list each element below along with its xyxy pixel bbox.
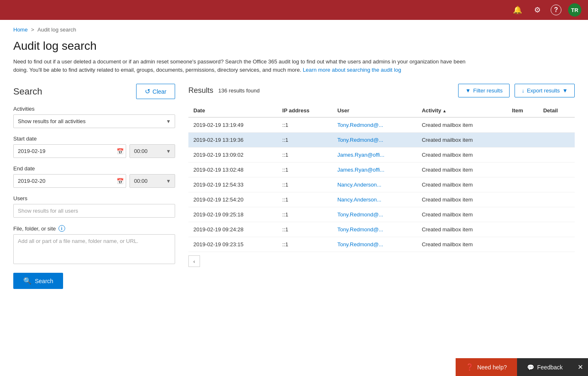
cell-user[interactable]: Nancy.Anderson... (332, 192, 417, 207)
end-time-wrapper: 00:00 ▼ (129, 174, 175, 188)
col-date[interactable]: Date (188, 104, 277, 117)
end-time-select[interactable]: 00:00 (129, 174, 175, 188)
end-date-group: End date 📅 00:00 ▼ (13, 165, 175, 188)
end-date-row: 📅 00:00 ▼ (13, 174, 175, 188)
results-actions: ▼ Filter results ↓ Export results ▼ (458, 84, 575, 97)
table-row[interactable]: 2019-02-19 13:19:36::1Tony.Redmond@...Cr… (188, 133, 575, 148)
user-link[interactable]: Tony.Redmond@... (337, 122, 383, 128)
clear-button[interactable]: ↺ Clear (136, 84, 175, 99)
col-user: User (332, 104, 417, 117)
user-link[interactable]: Tony.Redmond@... (337, 226, 383, 233)
start-time-wrapper: 00:00 ▼ (129, 144, 175, 158)
start-date-calendar-icon[interactable]: 📅 (117, 148, 124, 155)
cell-user[interactable]: Tony.Redmond@... (332, 222, 417, 237)
cell-date: 2019-02-19 09:25:18 (188, 207, 277, 222)
cell-activity: Created mailbox item (417, 133, 507, 148)
cell-user[interactable]: Tony.Redmond@... (332, 237, 417, 252)
cell-date: 2019-02-19 12:54:33 (188, 177, 277, 192)
cell-date: 2019-02-19 09:23:15 (188, 237, 277, 252)
cell-date: 2019-02-19 09:24:28 (188, 222, 277, 237)
table-row[interactable]: 2019-02-19 13:09:02::1James.Ryan@offi...… (188, 148, 575, 163)
table-row[interactable]: 2019-02-19 09:23:15::1Tony.Redmond@...Cr… (188, 237, 575, 252)
table-row[interactable]: 2019-02-19 13:02:48::1James.Ryan@offi...… (188, 163, 575, 177)
user-link[interactable]: Tony.Redmond@... (337, 241, 383, 247)
start-date-input[interactable] (13, 144, 126, 158)
cell-item (507, 148, 538, 163)
cell-user[interactable]: James.Ryan@offi... (332, 148, 417, 163)
cell-item (507, 207, 538, 222)
table-prev-button[interactable]: ‹ (188, 255, 200, 267)
cell-detail (538, 237, 575, 252)
activities-label: Activities (13, 106, 175, 112)
activities-select[interactable]: Show results for all activities (13, 114, 175, 128)
results-table-header-row: Date IP address User Activity Item Detai… (188, 104, 575, 117)
file-folder-textarea-wrapper (13, 234, 175, 265)
cell-ip: ::1 (277, 148, 332, 163)
start-time-select[interactable]: 00:00 (129, 144, 175, 158)
cell-user[interactable]: James.Ryan@offi... (332, 163, 417, 177)
refresh-icon: ↺ (145, 87, 150, 95)
user-link[interactable]: Tony.Redmond@... (337, 137, 383, 143)
filter-results-button[interactable]: ▼ Filter results (458, 84, 510, 97)
table-row[interactable]: 2019-02-19 13:19:49::1Tony.Redmond@...Cr… (188, 117, 575, 133)
col-item: Item (507, 104, 538, 117)
search-button[interactable]: 🔍 Search (13, 273, 63, 289)
page-title: Audit log search (13, 39, 575, 53)
results-title-area: Results 136 results found (188, 86, 260, 95)
file-folder-info-icon[interactable]: i (59, 225, 65, 232)
table-row[interactable]: 2019-02-19 12:54:33::1Nancy.Anderson...C… (188, 177, 575, 192)
results-header: Results 136 results found ▼ Filter resul… (188, 84, 575, 97)
cell-activity: Created mailbox item (417, 163, 507, 177)
breadcrumb-home[interactable]: Home (13, 27, 28, 33)
cell-user[interactable]: Tony.Redmond@... (332, 117, 417, 133)
avatar[interactable]: TR (568, 3, 581, 17)
help-icon[interactable]: ? (551, 5, 561, 15)
table-row[interactable]: 2019-02-19 09:25:18::1Tony.Redmond@...Cr… (188, 207, 575, 222)
col-activity[interactable]: Activity (417, 104, 507, 117)
export-results-button[interactable]: ↓ Export results ▼ (515, 84, 575, 97)
cell-activity: Created mailbox item (417, 237, 507, 252)
cell-user[interactable]: Tony.Redmond@... (332, 207, 417, 222)
results-table-body: 2019-02-19 13:19:49::1Tony.Redmond@...Cr… (188, 117, 575, 252)
users-group: Users (13, 195, 175, 218)
table-row[interactable]: 2019-02-19 12:54:20::1Nancy.Anderson...C… (188, 192, 575, 207)
page-description: Need to find out if a user deleted a doc… (13, 58, 470, 74)
search-results-layout: Search ↺ Clear Activities Show results f… (13, 84, 575, 289)
breadcrumb-separator: > (31, 27, 34, 33)
learn-more-link[interactable]: Learn more about searching the audit log (303, 67, 401, 73)
cell-date: 2019-02-19 13:09:02 (188, 148, 277, 163)
end-date-input-wrapper: 📅 (13, 174, 126, 188)
cell-user[interactable]: Nancy.Anderson... (332, 177, 417, 192)
user-link[interactable]: James.Ryan@offi... (337, 167, 384, 173)
table-nav: ‹ (188, 255, 575, 267)
activities-group: Activities Show results for all activiti… (13, 106, 175, 128)
notification-icon[interactable]: 🔔 (511, 3, 524, 17)
breadcrumb-current: Audit log search (37, 27, 76, 33)
results-table-header: Date IP address User Activity Item Detai… (188, 104, 575, 117)
cell-item (507, 237, 538, 252)
cell-date: 2019-02-19 12:54:20 (188, 192, 277, 207)
file-folder-group: File, folder, or site i (13, 225, 175, 265)
export-dropdown-arrow: ▼ (562, 87, 568, 94)
cell-activity: Created mailbox item (417, 207, 507, 222)
top-navigation: 🔔 ⚙ ? TR (0, 0, 588, 20)
cell-user[interactable]: Tony.Redmond@... (332, 133, 417, 148)
export-icon: ↓ (522, 87, 525, 94)
user-link[interactable]: Tony.Redmond@... (337, 211, 383, 218)
table-row[interactable]: 2019-02-19 09:24:28::1Tony.Redmond@...Cr… (188, 222, 575, 237)
cell-ip: ::1 (277, 192, 332, 207)
col-ip: IP address (277, 104, 332, 117)
cell-item (507, 117, 538, 133)
end-date-calendar-icon[interactable]: 📅 (117, 178, 124, 184)
users-input[interactable] (13, 204, 175, 218)
cell-item (507, 133, 538, 148)
cell-item (507, 177, 538, 192)
end-date-input[interactable] (13, 174, 126, 188)
user-link[interactable]: James.Ryan@offi... (337, 152, 384, 158)
cell-detail (538, 133, 575, 148)
user-link[interactable]: Nancy.Anderson... (337, 182, 381, 188)
user-link[interactable]: Nancy.Anderson... (337, 196, 381, 203)
file-folder-textarea[interactable] (13, 234, 175, 264)
settings-icon[interactable]: ⚙ (531, 3, 544, 17)
results-table-wrapper[interactable]: Date IP address User Activity Item Detai… (188, 104, 575, 252)
